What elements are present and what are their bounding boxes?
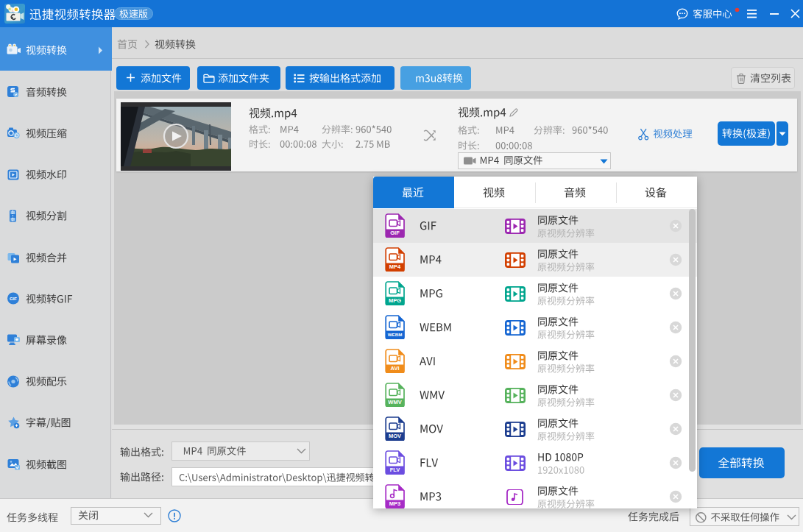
svg-text:MP4: MP4 (389, 263, 401, 270)
svg-text:GIF: GIF (10, 297, 17, 301)
svg-text:WEBM: WEBM (388, 332, 403, 337)
svg-text:AVI: AVI (391, 365, 400, 372)
svg-text:GIF: GIF (390, 230, 400, 236)
svg-text:MPG: MPG (389, 297, 401, 304)
svg-text:MOV: MOV (389, 433, 401, 439)
svg-text:FLV: FLV (390, 467, 400, 473)
svg-text:WMV: WMV (388, 399, 401, 405)
svg-text:MP3: MP3 (389, 500, 400, 507)
